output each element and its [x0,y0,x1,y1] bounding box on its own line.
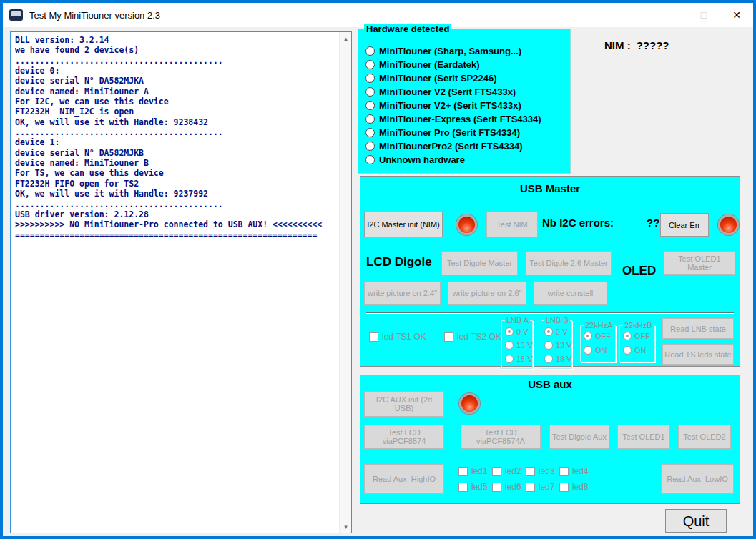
lnb-b-group: LNB B 0 V 13 V 18 V [541,320,572,369]
lnb-a-0v-radio[interactable]: 0 V [505,327,529,336]
log-scrollbar[interactable]: ▴ ▾ [339,32,351,533]
radio-icon[interactable] [544,355,553,363]
hardware-radio-item[interactable]: MiniTiouner-Express (Serit FTS4334) [365,112,541,126]
test-nim-button[interactable]: Test NIM [486,212,538,237]
clear-err-button[interactable]: Clear Err [660,213,709,237]
radio-icon[interactable] [365,87,375,97]
radio-icon[interactable] [365,46,375,56]
radio-icon[interactable] [584,346,592,355]
lnb-b-18v-radio[interactable]: 18 V [544,355,572,363]
hardware-radio-item[interactable]: MiniTiouner V2 (Serit FTS433x) [365,85,516,99]
scroll-down-icon[interactable]: ▾ [340,520,352,533]
checkbox-icon[interactable] [458,467,468,476]
i2c-aux-init-button[interactable]: I2C AUX init (2d USB) [364,391,444,417]
quit-button[interactable]: Quit [665,509,727,533]
write-picture-24-button[interactable]: write picture on 2.4" [364,282,441,305]
lnb-a-13v-radio[interactable]: 13 V [505,341,533,350]
checkbox-icon[interactable] [526,483,535,492]
radio-icon[interactable] [505,355,514,363]
test-lcd-pcf8574a-button[interactable]: Test LCD viaPCF8574A [461,425,541,449]
i2c-aux-led-indicator [459,393,480,414]
read-lnb-state-button[interactable]: Read LNB state [662,318,734,339]
scroll-up-icon[interactable]: ▴ [340,32,352,44]
radio-icon[interactable] [623,332,632,340]
radio-icon[interactable] [623,346,632,355]
read-aux-lowio-button[interactable]: Read Aux_LowIO [661,464,734,494]
app-window: Test My MiniTiouner version 2.3 — □ ✕ DL… [0,0,756,539]
khz-a-on-radio[interactable]: ON [584,346,607,355]
test-lcd-pcf8574-button[interactable]: Test LCD viaPCF8574 [364,425,444,449]
radio-icon[interactable] [544,327,553,336]
write-picture-26-button[interactable]: write picture on 2.6" [448,282,526,305]
led-ts1-checkbox[interactable]: led TS1 OK [369,332,426,342]
checkbox-icon[interactable] [492,483,501,492]
hardware-radio-item[interactable]: MiniTiouner (Eardatek) [365,58,480,71]
checkbox-icon[interactable] [369,332,378,342]
led3-checkbox[interactable]: led3 [526,466,555,476]
checkbox-icon[interactable] [559,483,569,492]
minimize-button[interactable]: — [654,3,687,27]
radio-icon[interactable] [505,341,514,350]
radio-icon[interactable] [544,341,553,350]
checkbox-icon[interactable] [492,467,501,476]
test-oled2-button[interactable]: Test OLED2 [678,425,731,449]
test-digole-26-master-button[interactable]: Test Digole 2.6 Master [526,251,612,275]
radio-icon[interactable] [365,155,375,164]
test-digole-master-button[interactable]: Test Digole Master [441,251,518,275]
led6-checkbox[interactable]: led6 [492,482,521,492]
lnb-b-0v-radio[interactable]: 0 V [544,327,568,336]
hardware-radio-item[interactable]: MiniTiouner Pro (Serit FTS4334) [365,126,520,139]
checkbox-icon[interactable] [526,467,535,476]
window-title: Test My MiniTiouner version 2.3 [29,10,160,21]
hardware-radio-item[interactable]: MiniTiouner V2+ (Serit FTS433x) [365,99,521,112]
radio-icon[interactable] [365,142,375,151]
led7-checkbox[interactable]: led7 [526,482,555,492]
radio-icon[interactable] [365,128,375,137]
hardware-detected-group: Hardware detected MiniTiouner (Sharp, Sa… [358,29,571,174]
close-button[interactable]: ✕ [720,3,753,27]
radio-icon[interactable] [365,101,375,110]
led5-checkbox[interactable]: led5 [458,482,488,492]
checkbox-icon[interactable] [444,332,453,342]
text-caret [16,234,16,244]
app-icon [9,9,23,21]
test-oled1-button[interactable]: Test OLED1 [617,425,670,449]
led-ts2-checkbox[interactable]: led TS2 OK [444,332,501,342]
khz-a-off-radio[interactable]: OFF [584,332,611,340]
radio-icon[interactable] [365,60,375,69]
hardware-radio-item[interactable]: MiniTiouner (Sharp, Samsung...) [365,44,521,58]
test-oled1-master-button[interactable]: Test OLED1 Master [664,251,735,275]
khz-b-on-radio[interactable]: ON [623,346,647,355]
usb-aux-panel: USB aux I2C AUX init (2d USB) Test LCD v… [360,375,740,504]
test-digole-aux-button[interactable]: Test Digole Aux [549,425,609,449]
radio-icon[interactable] [365,74,375,83]
log-text: DLL version: 3.2.14 we have found 2 devi… [15,35,337,530]
led8-checkbox[interactable]: led8 [559,482,589,492]
lnb-b-13v-radio[interactable]: 13 V [544,341,572,350]
hardware-radio-item[interactable]: MiniTiouner (Serit SP2246) [365,71,496,85]
khz-b-group: 22kHzB OFF ON [619,325,655,362]
usb-master-title: USB Master [360,182,740,194]
led2-checkbox[interactable]: led2 [492,466,521,476]
nim-value: ????? [637,39,669,51]
hardware-group-title: Hardware detected [364,24,451,34]
checkbox-icon[interactable] [559,467,569,476]
read-aux-highio-button[interactable]: Read Aux_HighIO [364,464,444,494]
nb-i2c-errors-value: ?? [647,217,659,229]
hardware-radio-item[interactable]: Unknown hardware [365,153,465,167]
maximize-button: □ [687,3,720,27]
write-constell-button[interactable]: write constell [534,282,607,305]
log-textbox[interactable]: DLL version: 3.2.14 we have found 2 devi… [10,31,352,533]
checkbox-icon[interactable] [458,483,468,492]
radio-icon[interactable] [365,114,375,124]
i2c-master-init-button[interactable]: I2C Master init (NIM) [364,212,443,237]
hardware-radio-item[interactable]: MiniTiounerPro2 (Serit FTS4334) [365,139,523,153]
lnb-a-18v-radio[interactable]: 18 V [505,355,533,363]
radio-icon[interactable] [505,327,514,336]
led4-checkbox[interactable]: led4 [559,466,589,476]
nim-status-label: NIM :????? [604,39,669,51]
read-ts-leds-state-button[interactable]: Read TS leds state [662,344,734,365]
radio-icon[interactable] [584,332,592,340]
led1-checkbox[interactable]: led1 [458,466,488,476]
khz-b-off-radio[interactable]: OFF [623,332,650,340]
